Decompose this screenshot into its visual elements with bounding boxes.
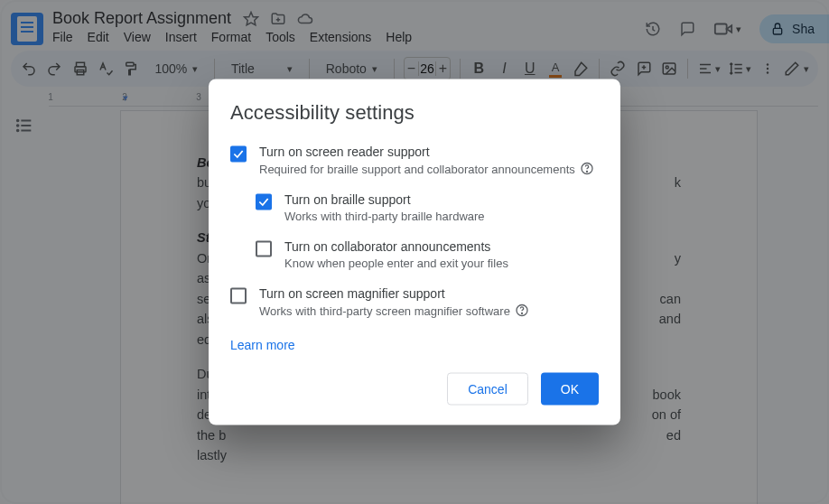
option-collaborator-announcements: Turn on collaborator announcements Know … <box>256 239 599 286</box>
option-screen-reader: Turn on screen reader support Required f… <box>230 145 599 192</box>
ok-button[interactable]: OK <box>541 373 599 406</box>
option-sub: Know when people enter and exit your fil… <box>284 257 599 270</box>
option-label: Turn on screen reader support <box>259 145 599 159</box>
option-sub: Works with third-party braille hardware <box>284 210 599 223</box>
dialog-title: Accessibility settings <box>230 101 599 125</box>
option-sub: Required for braille support and collabo… <box>259 162 599 176</box>
checkbox-collaborator[interactable] <box>256 241 272 257</box>
option-screen-magnifier: Turn on screen magnifier support Works w… <box>230 286 599 334</box>
checkbox-screen-reader[interactable] <box>230 146 247 163</box>
checkbox-magnifier[interactable] <box>230 288 247 304</box>
dialog-actions: Cancel OK <box>230 373 599 406</box>
learn-more-link[interactable]: Learn more <box>230 338 295 352</box>
option-label: Turn on braille support <box>284 192 599 207</box>
option-braille: Turn on braille support Works with third… <box>256 192 599 239</box>
help-icon[interactable] <box>515 303 529 318</box>
accessibility-dialog: Accessibility settings Turn on screen re… <box>209 79 620 425</box>
option-label: Turn on collaborator announcements <box>284 239 599 254</box>
checkbox-braille[interactable] <box>256 194 272 210</box>
option-sub: Works with third-party screen magnifier … <box>259 303 599 318</box>
option-label: Turn on screen magnifier support <box>259 286 599 301</box>
help-icon[interactable] <box>580 162 594 176</box>
svg-point-25 <box>521 313 522 313</box>
svg-point-23 <box>586 171 587 172</box>
cancel-button[interactable]: Cancel <box>447 373 528 406</box>
